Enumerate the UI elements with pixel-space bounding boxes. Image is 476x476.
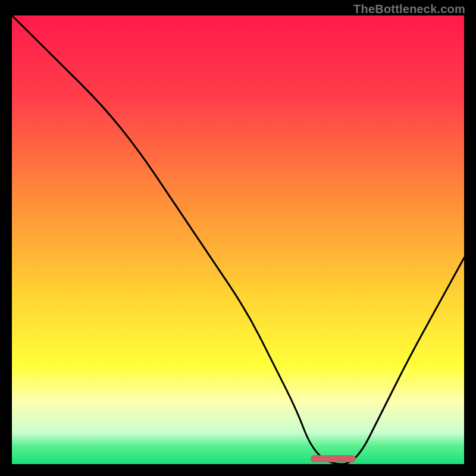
x-axis bbox=[10, 464, 466, 466]
watermark-label: TheBottleneck.com bbox=[353, 2, 465, 16]
optimal-range-marker bbox=[311, 455, 356, 462]
bottleneck-curve bbox=[12, 15, 464, 464]
plot-area bbox=[12, 15, 464, 464]
y-axis bbox=[10, 15, 12, 466]
